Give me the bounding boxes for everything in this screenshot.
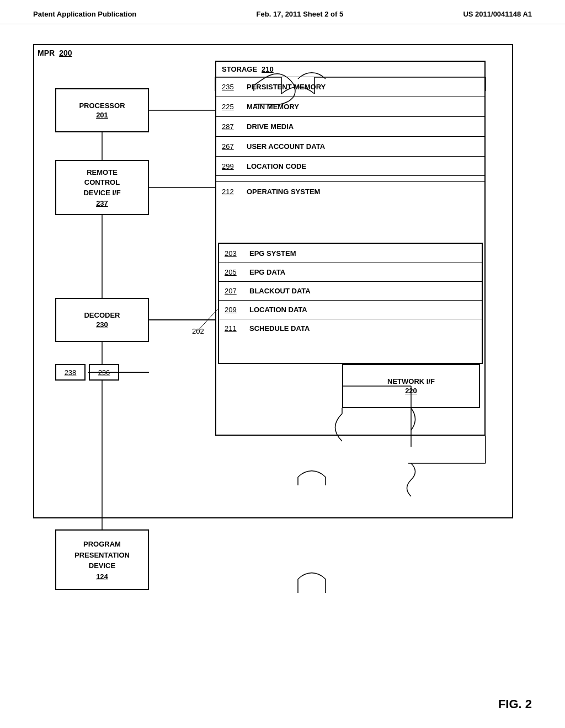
mpr-text: MPR [38, 49, 55, 57]
network-label: NETWORK I/F [387, 377, 435, 386]
mpr-label-group: MPR 200 [38, 49, 72, 57]
label-202: 202 [192, 327, 204, 335]
storage-row-1-num: 225 [222, 103, 241, 111]
epg-box: 203 EPG SYSTEM 205 EPG DATA 207 BLACKOUT… [218, 243, 483, 364]
epg-row-0: 203 EPG SYSTEM [219, 244, 482, 263]
epg-row-0-label: EPG SYSTEM [249, 249, 296, 258]
decoder-label: DECODER [84, 311, 120, 319]
epg-row-0-num: 203 [225, 249, 244, 258]
epg-row-2-label: BLACKOUT DATA [249, 287, 311, 295]
remote-num: 237 [96, 199, 108, 207]
network-box: NETWORK I/F 220 [342, 364, 480, 408]
epg-row-4-label: SCHEDULE DATA [249, 324, 310, 333]
storage-row-4-num: 299 [222, 162, 241, 170]
storage-row-0-num: 235 [222, 83, 241, 91]
storage-row-1-label: MAIN MEMORY [247, 103, 299, 111]
network-num: 220 [405, 387, 417, 395]
decoder-num: 230 [96, 320, 108, 329]
header-center: Feb. 17, 2011 Sheet 2 of 5 [257, 10, 344, 18]
epg-row-2-num: 207 [225, 287, 244, 295]
epg-row-4-num: 211 [225, 324, 244, 333]
storage-num: 210 [262, 65, 274, 73]
small-box-238: 238 [55, 364, 86, 381]
epg-row-3-label: LOCATION DATA [249, 306, 307, 314]
epg-row-2: 207 BLACKOUT DATA [219, 281, 482, 300]
program-num: 124 [96, 572, 108, 581]
header-left: Patent Application Publication [33, 10, 136, 18]
remote-box: REMOTE CONTROL DEVICE I/F 237 [55, 160, 149, 215]
storage-row-os-num: 212 [222, 188, 241, 196]
decoder-box: DECODER 230 [55, 298, 149, 342]
storage-label-row: STORAGE 210 [216, 62, 484, 77]
storage-row-4: 299 LOCATION CODE [216, 156, 484, 176]
storage-row-os: 212 OPERATING SYSTEM [216, 181, 484, 201]
epg-row-1-num: 205 [225, 268, 244, 276]
storage-row-3-num: 267 [222, 142, 241, 151]
storage-row-3: 267 USER ACCOUNT DATA [216, 136, 484, 156]
storage-row-2-label: DRIVE MEDIA [247, 122, 294, 131]
small-box-num-236: 236 [98, 368, 110, 377]
processor-num: 201 [96, 111, 108, 119]
epg-row-4: 211 SCHEDULE DATA [219, 319, 482, 338]
remote-label: REMOTE CONTROL DEVICE I/F [83, 168, 120, 198]
processor-box: PROCESSOR 201 [55, 88, 149, 132]
epg-row-1: 205 EPG DATA [219, 263, 482, 281]
epg-row-1-label: EPG DATA [249, 268, 285, 276]
storage-row-3-label: USER ACCOUNT DATA [247, 142, 325, 151]
small-box-num-238: 238 [65, 368, 77, 377]
epg-row-3-num: 209 [225, 306, 244, 314]
storage-row-2: 287 DRIVE MEDIA [216, 116, 484, 136]
storage-row-2-num: 287 [222, 122, 241, 131]
header-right: US 2011/0041148 A1 [463, 10, 532, 18]
storage-row-0-label: PERSISTENT MEMORY [247, 83, 326, 91]
program-box: PROGRAM PRESENTATION DEVICE 124 [55, 529, 149, 590]
small-box-236: 236 [89, 364, 119, 381]
storage-row-4-label: LOCATION CODE [247, 162, 306, 170]
processor-label: PROCESSOR [79, 101, 125, 110]
storage-row-0: 235 PERSISTENT MEMORY [216, 77, 484, 97]
mpr-num: 200 [59, 49, 72, 57]
storage-row-1: 225 MAIN MEMORY [216, 97, 484, 116]
figure-label: FIG. 2 [498, 697, 532, 711]
small-box-row: 238 236 [55, 364, 119, 381]
storage-label: STORAGE [222, 65, 257, 73]
storage-row-os-label: OPERATING SYSTEM [247, 188, 320, 196]
epg-row-3: 209 LOCATION DATA [219, 300, 482, 319]
program-label: PROGRAM PRESENTATION DEVICE [74, 539, 130, 571]
